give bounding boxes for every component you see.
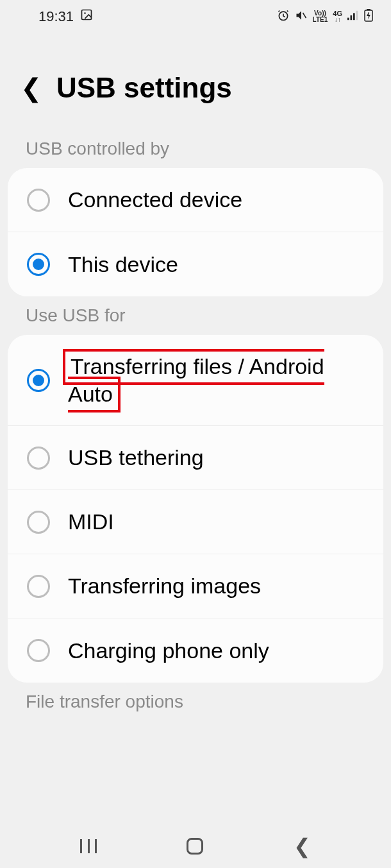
nav-home-icon[interactable] <box>187 838 203 855</box>
radio-label: MIDI <box>68 508 372 536</box>
radio-icon <box>27 511 50 534</box>
volte-indicator: Vo)) LTE1 <box>313 10 328 23</box>
page-title: USB settings <box>56 72 232 104</box>
radio-icon <box>27 189 50 212</box>
radio-row-usb-tethering[interactable]: USB tethering <box>8 426 383 490</box>
radio-row-transfer-files[interactable]: Transferring files / Android Auto <box>8 335 383 426</box>
radio-row-midi[interactable]: MIDI <box>8 490 383 554</box>
radio-label: Charging phone only <box>68 637 372 665</box>
highlight-annotation: Transferring files / Android Auto <box>63 349 324 413</box>
alarm-icon <box>277 9 290 25</box>
status-time: 19:31 <box>38 8 74 25</box>
nav-back-icon[interactable]: ❮ <box>294 834 311 858</box>
network-indicator: 4G ↓↑ <box>333 10 342 23</box>
radio-icon <box>27 447 50 470</box>
radio-label: Transferring files / Android Auto <box>68 353 372 407</box>
section-header-controlled-by: USB controlled by <box>0 130 391 168</box>
radio-icon <box>27 639 50 662</box>
radio-icon-selected <box>27 369 50 392</box>
svg-line-3 <box>303 12 306 17</box>
radio-label: USB tethering <box>68 444 372 472</box>
card-use-for: Transferring files / Android Auto USB te… <box>8 335 383 683</box>
radio-row-transfer-images[interactable]: Transferring images <box>8 554 383 618</box>
navigation-bar: ❮ <box>0 824 391 868</box>
card-controlled-by: Connected device This device <box>8 168 383 296</box>
battery-charging-icon <box>364 9 373 25</box>
page-header: ❮ USB settings <box>0 33 391 130</box>
status-bar: 19:31 Vo)) LTE1 4G ↓↑ <box>0 0 391 33</box>
svg-rect-4 <box>347 17 349 20</box>
svg-rect-0 <box>82 10 92 20</box>
svg-rect-6 <box>353 13 355 20</box>
radio-icon <box>27 575 50 598</box>
radio-label: Connected device <box>68 186 372 214</box>
radio-label: This device <box>68 251 372 278</box>
back-icon[interactable]: ❮ <box>21 75 42 101</box>
section-header-use-for: Use USB for <box>0 296 391 335</box>
radio-row-connected-device[interactable]: Connected device <box>8 168 383 232</box>
section-header-file-transfer: File transfer options <box>0 683 391 721</box>
mute-icon <box>295 9 308 25</box>
radio-row-this-device[interactable]: This device <box>8 232 383 296</box>
image-icon <box>80 8 93 25</box>
radio-label: Transferring images <box>68 572 372 600</box>
svg-rect-5 <box>351 15 353 20</box>
svg-rect-9 <box>367 9 370 10</box>
signal-icon <box>347 10 359 24</box>
nav-recent-icon[interactable] <box>80 839 97 853</box>
svg-point-1 <box>84 12 86 14</box>
radio-row-charging-only[interactable]: Charging phone only <box>8 618 383 683</box>
radio-icon-selected <box>27 253 50 276</box>
svg-rect-7 <box>356 10 358 19</box>
